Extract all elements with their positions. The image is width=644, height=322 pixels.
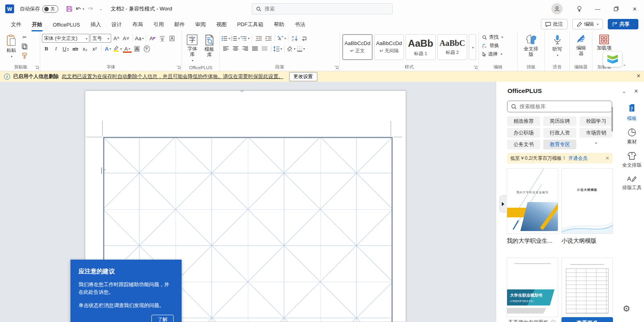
dismiss-panel-option[interactable]: 不再弹出内容面板 ? bbox=[508, 319, 556, 322]
shading-button[interactable] bbox=[287, 45, 296, 53]
dictate-button[interactable]: 听写 bbox=[547, 33, 568, 59]
tab-calligraphy[interactable]: 书法 bbox=[290, 18, 311, 31]
pane-chevron-down-icon[interactable]: ⌄ bbox=[622, 88, 626, 94]
cut-button[interactable]: ✂ bbox=[20, 33, 29, 41]
superscript-button[interactable]: x² bbox=[90, 45, 99, 53]
search-input[interactable] bbox=[265, 6, 377, 12]
pane-scrollbar[interactable] bbox=[611, 107, 613, 132]
editor-button[interactable]: 编辑器 bbox=[572, 33, 591, 58]
save-icon[interactable] bbox=[64, 4, 75, 14]
character-border-button[interactable]: A bbox=[168, 34, 176, 42]
text-effects-button[interactable]: A bbox=[104, 45, 112, 53]
floating-snip-tool-icon[interactable] bbox=[603, 52, 622, 67]
chip-official[interactable]: 公务文书 bbox=[507, 140, 540, 149]
distribute-button[interactable] bbox=[260, 45, 269, 53]
copy-button[interactable] bbox=[20, 42, 29, 50]
show-marks-button[interactable] bbox=[300, 34, 309, 42]
font-family-combo[interactable]: 宋体 (中文正文) bbox=[42, 34, 89, 43]
infobar-message[interactable]: 此文档已设置为在保存时自动删除个人信息，并且可能会降低协作体验。请仅在需要时保留… bbox=[62, 73, 284, 80]
strip-tab-layout-tools[interactable]: A 排版工具 bbox=[621, 175, 643, 191]
character-shading-button[interactable]: A bbox=[133, 45, 141, 53]
settings-gear-icon[interactable]: ⚙ bbox=[623, 304, 630, 314]
template-card-career-plan[interactable]: 我的大学职业生涯规划 我的大学职业生... bbox=[507, 168, 558, 245]
justify-button[interactable] bbox=[251, 45, 259, 53]
bullets-button[interactable] bbox=[222, 34, 230, 42]
lightbulb-icon[interactable] bbox=[570, 0, 588, 18]
change-case-button[interactable]: Aa bbox=[135, 34, 144, 42]
style-heading1[interactable]: AaBb 标题 1 bbox=[406, 34, 436, 60]
clipboard-dialog-launcher[interactable] bbox=[35, 66, 39, 70]
phonetic-guide-button[interactable]: wén 文 bbox=[158, 34, 167, 42]
chip-resume[interactable]: 简历应聘 bbox=[543, 116, 576, 126]
styles-dialog-launcher[interactable] bbox=[474, 66, 477, 70]
account-avatar[interactable] bbox=[551, 3, 563, 14]
change-settings-button[interactable]: 更改设置 bbox=[289, 72, 317, 81]
subscript-button[interactable]: x₂ bbox=[81, 45, 89, 53]
infobar-close-icon[interactable]: ✕ bbox=[636, 73, 641, 79]
search-box[interactable] bbox=[252, 3, 393, 14]
addins-button[interactable]: 加载项 bbox=[594, 33, 614, 53]
paragraph-dialog-launcher[interactable] bbox=[335, 66, 338, 70]
chip-education[interactable]: 教育专区 bbox=[543, 140, 576, 149]
redo-button[interactable] bbox=[85, 4, 95, 14]
restore-button[interactable] bbox=[607, 0, 625, 18]
comments-button[interactable]: 批注 bbox=[541, 19, 567, 29]
template-library-button[interactable]: 模板库 bbox=[201, 33, 218, 64]
borders-button[interactable] bbox=[296, 45, 305, 53]
chips-collapse-icon[interactable]: ⌃ bbox=[580, 140, 613, 149]
minimize-button[interactable]: — bbox=[588, 0, 607, 18]
template-search-input[interactable] bbox=[520, 103, 600, 109]
italic-button[interactable]: I bbox=[52, 45, 60, 53]
template-search-box[interactable] bbox=[507, 101, 612, 112]
undo-button[interactable] bbox=[75, 4, 85, 14]
tab-officeplus[interactable]: OfficePLUS bbox=[48, 19, 85, 31]
align-center-button[interactable] bbox=[231, 45, 240, 53]
tab-insert[interactable]: 插入 bbox=[85, 18, 106, 31]
edit-mode-button[interactable]: 编辑 bbox=[572, 19, 603, 29]
chip-marketing[interactable]: 市场营销 bbox=[580, 128, 613, 138]
strip-tab-templates[interactable]: 模板 bbox=[621, 104, 643, 122]
shrink-font-button[interactable]: A˅ bbox=[122, 34, 130, 42]
got-it-button[interactable]: 了解 bbox=[151, 315, 174, 322]
autosave-control[interactable]: 自动保存 关 bbox=[20, 5, 58, 13]
clear-formatting-button[interactable]: A◤ bbox=[148, 34, 157, 42]
template-card-student-career-book[interactable]: 大学生职业规划书 （计算机科学与技术专业） bbox=[507, 258, 558, 317]
font-library-button[interactable]: 字 字体库 bbox=[184, 33, 201, 64]
find-button[interactable]: 查找 bbox=[480, 33, 516, 41]
tab-review[interactable]: 审阅 bbox=[190, 18, 211, 31]
bold-button[interactable]: B bbox=[42, 45, 51, 53]
sort-button[interactable]: AZ bbox=[290, 34, 299, 42]
collapse-ribbon-icon[interactable]: ⌃ bbox=[623, 64, 626, 68]
tab-references[interactable]: 引用 bbox=[148, 18, 169, 31]
chip-campus[interactable]: 校园学习 bbox=[580, 116, 613, 126]
style-no-spacing[interactable]: AaBbCcDd ↵ 无间隔 bbox=[374, 34, 404, 60]
asian-layout-button[interactable]: A bbox=[277, 34, 286, 42]
tab-layout[interactable]: 布局 bbox=[127, 18, 148, 31]
increase-indent-button[interactable] bbox=[264, 34, 273, 42]
chip-office[interactable]: 办公职场 bbox=[507, 128, 540, 138]
numbering-button[interactable]: 123 bbox=[231, 34, 240, 42]
highlight-button[interactable] bbox=[113, 45, 122, 53]
full-text-layout-button[interactable]: 全文排版 bbox=[519, 33, 543, 59]
styles-gallery-more[interactable] bbox=[469, 34, 476, 60]
align-left-button[interactable] bbox=[222, 45, 230, 53]
line-spacing-button[interactable] bbox=[273, 45, 282, 53]
underline-button[interactable]: U bbox=[61, 45, 70, 53]
select-button[interactable]: 选择 bbox=[480, 50, 516, 58]
strip-tab-full-layout[interactable]: 全文排版 bbox=[621, 151, 643, 169]
template-card-novel-outline[interactable]: 小说大纲模版 小说大纲模版 bbox=[561, 168, 613, 245]
close-window-button[interactable]: ✕ bbox=[625, 0, 644, 18]
tab-design[interactable]: 设计 bbox=[106, 18, 127, 31]
template-card-evaluation-table[interactable] bbox=[561, 258, 613, 317]
tab-home[interactable]: 开始 bbox=[27, 18, 48, 31]
tab-help[interactable]: 帮助 bbox=[269, 18, 290, 31]
tab-mailings[interactable]: 邮件 bbox=[169, 18, 190, 31]
tab-pdf-tools[interactable]: PDF工具箱 bbox=[232, 18, 269, 31]
style-normal[interactable]: AaBbCcDd ↵ 正文 bbox=[342, 34, 373, 60]
multilevel-list-button[interactable] bbox=[241, 34, 250, 42]
decrease-indent-button[interactable] bbox=[254, 34, 263, 42]
promo-membership-link[interactable]: 开通会员 bbox=[568, 155, 588, 162]
font-dialog-launcher[interactable] bbox=[177, 66, 180, 70]
chip-featured[interactable]: 精选推荐 bbox=[507, 116, 540, 126]
share-button[interactable]: 共享 bbox=[608, 19, 638, 29]
